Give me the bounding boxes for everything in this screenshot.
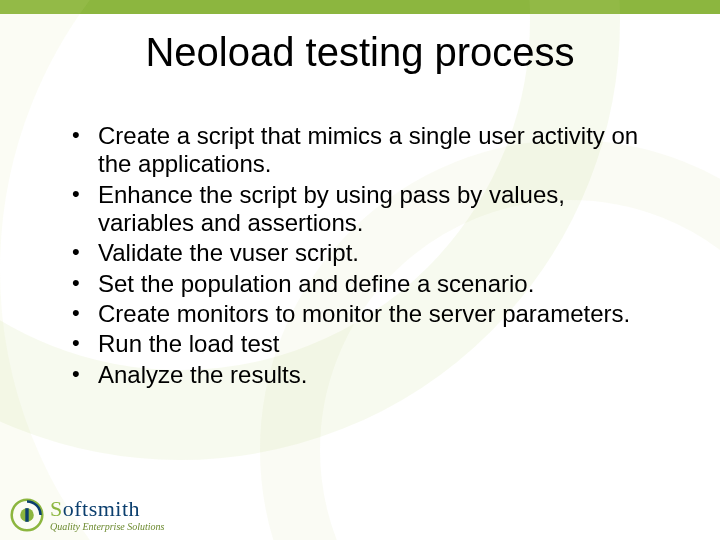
logo-name: Softsmith: [50, 498, 164, 520]
top-accent-bar: [0, 0, 720, 14]
logo-name-rest: oftsmith: [63, 496, 140, 521]
list-item: Analyze the results.: [68, 361, 660, 389]
list-item: Create a script that mimics a single use…: [68, 122, 660, 179]
svg-rect-2: [25, 508, 28, 522]
logo-name-accent: S: [50, 496, 63, 521]
logo-icon: [10, 498, 44, 532]
bullet-list: Create a script that mimics a single use…: [68, 122, 660, 391]
slide-title: Neoload testing process: [0, 30, 720, 75]
brand-logo: Softsmith Quality Enterprise Solutions: [10, 498, 164, 532]
list-item: Run the load test: [68, 330, 660, 358]
list-item: Set the population and define a scenario…: [68, 270, 660, 298]
list-item: Validate the vuser script.: [68, 239, 660, 267]
logo-tagline: Quality Enterprise Solutions: [50, 522, 164, 532]
list-item: Enhance the script by using pass by valu…: [68, 181, 660, 238]
list-item: Create monitors to monitor the server pa…: [68, 300, 660, 328]
slide: Neoload testing process Create a script …: [0, 0, 720, 540]
